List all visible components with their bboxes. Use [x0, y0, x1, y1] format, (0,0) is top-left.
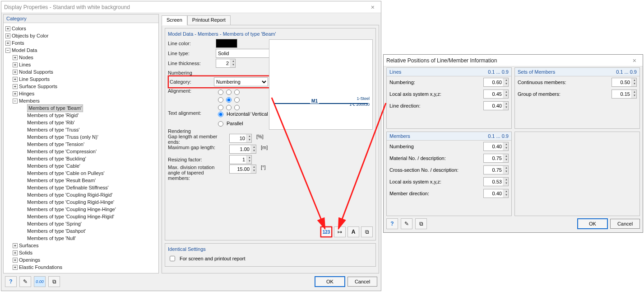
lines-numbering-input[interactable]	[483, 78, 509, 87]
edit-button[interactable]: ✎	[401, 218, 412, 229]
expand-icon[interactable]: +	[13, 258, 18, 263]
lines-direction-input[interactable]	[483, 101, 509, 110]
tree-item[interactable]: Members of type 'Truss (only N)'	[27, 134, 98, 141]
collapse-icon[interactable]: −	[5, 48, 10, 53]
ok-button[interactable]: OK	[315, 277, 345, 287]
expand-icon[interactable]: +	[13, 55, 18, 60]
tree-item[interactable]: Fonts	[12, 40, 24, 47]
tree-item[interactable]: Members	[19, 98, 40, 104]
close-icon[interactable]: ×	[367, 4, 378, 11]
resize-input[interactable]	[229, 155, 252, 164]
align-radio[interactable]	[226, 97, 232, 103]
font-button[interactable]: A	[347, 226, 359, 237]
align-radio[interactable]	[218, 97, 223, 103]
expand-icon[interactable]: +	[13, 250, 18, 255]
max-gap-input[interactable]	[229, 145, 256, 154]
group-of-members-input[interactable]	[612, 89, 637, 99]
for-screen-and-printout-checkbox[interactable]	[170, 256, 175, 261]
tree-item[interactable]: Members of type 'Cable'	[27, 163, 80, 170]
edit-button[interactable]: ✎	[19, 276, 31, 287]
tree-item[interactable]: Members of type 'Coupling Rigid-Rigid'	[27, 192, 112, 198]
tree-item-selected[interactable]: Members of type 'Beam'	[27, 104, 83, 112]
text-align-parallel-radio[interactable]	[218, 121, 223, 127]
expand-icon[interactable]: +	[13, 70, 18, 75]
cancel-button[interactable]: Cancel	[610, 219, 640, 229]
tree-item[interactable]: Members of type 'Truss'	[27, 127, 79, 133]
tree-item[interactable]: Openings	[19, 257, 40, 264]
tree-item[interactable]: Lines	[19, 61, 31, 68]
expand-icon[interactable]: +	[13, 265, 18, 270]
ok-button[interactable]: OK	[578, 219, 607, 229]
line-thickness-input[interactable]	[216, 59, 236, 68]
tree-item[interactable]: Members of type 'Coupling Hinge-Rigid'	[27, 213, 114, 220]
line-orientation-button[interactable]: ↦	[334, 226, 346, 237]
tree-item[interactable]: Members of type 'Tension'	[27, 141, 84, 148]
units-button[interactable]: 0.00	[34, 276, 46, 287]
expand-icon[interactable]: +	[13, 62, 18, 67]
align-radio[interactable]	[226, 105, 232, 110]
relative-positions-button[interactable]: 123	[320, 226, 332, 237]
align-radio[interactable]	[234, 105, 240, 110]
align-radio[interactable]	[226, 89, 232, 95]
tab-screen[interactable]: Screen	[162, 15, 187, 25]
gap-length-input[interactable]	[229, 134, 252, 143]
material-desc-input[interactable]	[483, 154, 509, 163]
tree-item[interactable]: Elastic Foundations	[19, 264, 62, 271]
tree-item[interactable]: Members of type 'Coupling Rigid-Hinge'	[27, 199, 114, 206]
align-radio[interactable]	[218, 105, 223, 110]
tree-item[interactable]: Nodal Supports	[19, 69, 53, 75]
members-numbering-input[interactable]	[483, 142, 509, 151]
text-align-horizontal-radio[interactable]	[218, 112, 223, 117]
member-direction-input[interactable]	[483, 189, 509, 198]
tree-item[interactable]: Hinges	[19, 90, 34, 97]
tree-item[interactable]: Members of type 'Cable on Pulleys'	[27, 170, 105, 177]
transfer-button[interactable]: ⧉	[415, 218, 427, 229]
tree-item[interactable]: Nodes	[19, 54, 33, 61]
copy-settings-button[interactable]: ⧉	[361, 226, 373, 237]
tree-item[interactable]: Solids	[19, 250, 32, 256]
tree-item[interactable]: Members of type 'Spring'	[27, 221, 82, 227]
max-div-input[interactable]	[229, 165, 256, 174]
tab-printout[interactable]: Printout Report	[187, 15, 231, 25]
members-axis-input[interactable]	[483, 177, 509, 186]
tree-item[interactable]: Colors	[12, 25, 26, 32]
align-radio[interactable]	[234, 97, 240, 103]
tree-item[interactable]: Members of type 'Coupling Hinge-Hinge'	[27, 206, 116, 213]
expand-icon[interactable]: +	[13, 84, 18, 89]
category-select[interactable]: Numbering	[214, 77, 268, 86]
expand-icon[interactable]: +	[13, 91, 18, 96]
align-radio[interactable]	[218, 89, 223, 95]
continuous-members-input[interactable]	[612, 78, 637, 87]
line-color-select[interactable]	[216, 39, 237, 48]
tree-item[interactable]: Surface Supports	[19, 83, 57, 90]
category-tree[interactable]: +Colors +Objects by Color +Fonts −Model …	[4, 23, 158, 273]
tree-item[interactable]: Members of type 'Dashpot'	[27, 228, 86, 235]
help-button[interactable]: ?	[5, 276, 17, 287]
lines-axis-input[interactable]	[483, 89, 509, 99]
transfer-button[interactable]: ⧉	[48, 276, 60, 287]
tree-item[interactable]: Surfaces	[19, 242, 38, 249]
tree-item[interactable]: Model Data	[12, 47, 37, 54]
expand-icon[interactable]: +	[5, 33, 10, 38]
tree-item[interactable]: Members of type 'Null'	[27, 235, 76, 242]
alignment-radio-grid[interactable]	[216, 88, 239, 110]
expand-icon[interactable]: +	[13, 243, 18, 248]
tree-item[interactable]: Members of type 'Result Beam'	[27, 177, 96, 184]
tree-item[interactable]: Members of type 'Buckling'	[27, 155, 86, 162]
collapse-icon[interactable]: −	[13, 99, 18, 104]
expand-icon[interactable]: +	[5, 26, 10, 31]
cross-section-input[interactable]	[483, 165, 509, 174]
tree-item[interactable]: Line Supports	[19, 76, 50, 83]
expand-icon[interactable]: +	[13, 77, 18, 82]
cancel-button[interactable]: Cancel	[347, 277, 377, 287]
close-icon[interactable]: ×	[629, 57, 640, 64]
tree-item[interactable]: Members of type 'Definable Stiffness'	[27, 184, 109, 191]
tree-item[interactable]: Objects by Color	[12, 33, 48, 39]
group-of-members-label: Group of members:	[518, 91, 610, 97]
help-button[interactable]: ?	[386, 218, 398, 229]
expand-icon[interactable]: +	[5, 41, 10, 46]
tree-item[interactable]: Members of type 'Rigid'	[27, 112, 79, 119]
tree-item[interactable]: Members of type 'Rib'	[27, 119, 75, 126]
tree-item[interactable]: Members of type 'Compression'	[27, 148, 97, 155]
align-radio[interactable]	[234, 89, 240, 95]
